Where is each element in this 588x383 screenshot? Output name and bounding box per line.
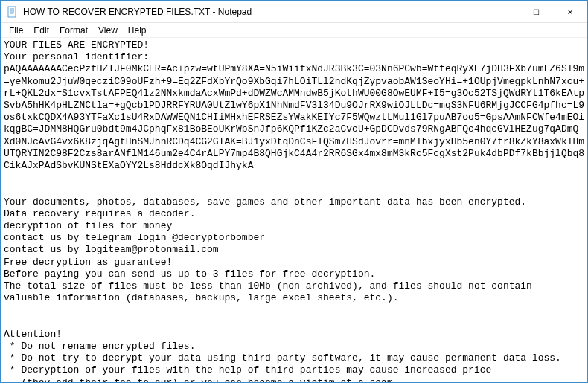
text-header: YOUR FILES ARE ENCRYPTED! <box>4 39 149 51</box>
text-attention: Attention! <box>4 329 62 340</box>
menu-help[interactable]: Help <box>123 24 152 37</box>
menu-bar: File Edit Format View Help <box>1 23 587 38</box>
menu-edit[interactable]: Edit <box>28 24 54 37</box>
close-button[interactable]: ✕ <box>553 1 587 23</box>
text-editor-content[interactable]: YOUR FILES ARE ENCRYPTED! Your personal … <box>1 38 587 382</box>
maximize-button[interactable]: ☐ <box>519 1 553 23</box>
text-section2: Your documents, photos, databases, save … <box>4 196 532 304</box>
window-title: HOW TO RECOVER ENCRYPTED FILES.TXT - Not… <box>23 7 485 17</box>
text-pid-label: Your personal identifier: <box>4 51 149 62</box>
window-titlebar: HOW TO RECOVER ENCRYPTED FILES.TXT - Not… <box>1 1 587 23</box>
minimize-button[interactable]: — <box>485 1 519 23</box>
notepad-icon <box>7 6 19 18</box>
text-pid-block: pAQAAAAAAACecPzfHZTJF0MkCER=Ac+pzw=wtUPm… <box>4 63 584 171</box>
text-bullet3: * Decryption of your files with the help… <box>4 364 491 382</box>
text-bullet1: * Do not rename encrypted files. <box>4 341 195 352</box>
window-controls: — ☐ ✕ <box>485 1 587 22</box>
menu-view[interactable]: View <box>93 24 123 37</box>
menu-file[interactable]: File <box>4 24 28 37</box>
menu-format[interactable]: Format <box>54 24 93 37</box>
text-bullet2: * Do not try to decrypt your data using … <box>4 353 561 364</box>
